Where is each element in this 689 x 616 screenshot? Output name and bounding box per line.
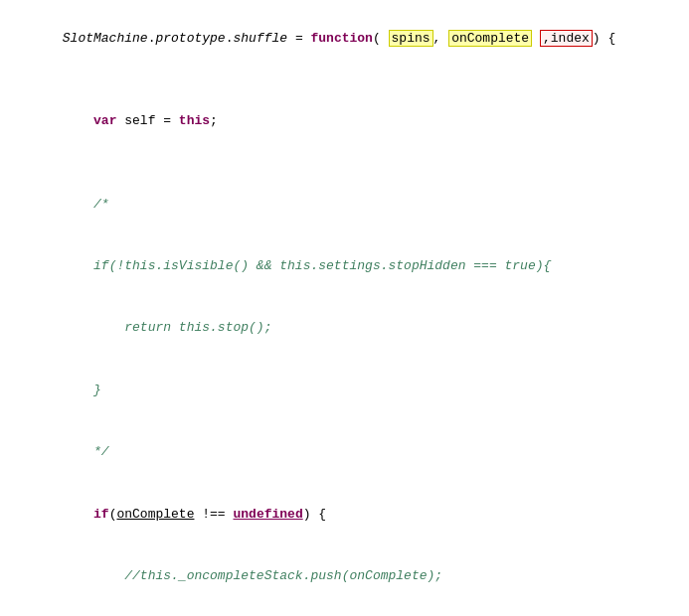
code-editor: SlotMachine.prototype.shuffle = function… xyxy=(0,0,689,616)
code-line-4-empty xyxy=(0,153,689,174)
code-line-6: if(!this.isVisible() && this.settings.st… xyxy=(0,235,689,297)
code-line-1: SlotMachine.prototype.shuffle = function… xyxy=(0,8,689,70)
code-line-2-empty xyxy=(0,70,689,90)
code-line-7: return this.stop(); xyxy=(0,298,689,360)
code-line-5: /* xyxy=(0,174,689,235)
code-line-3: var self = this; xyxy=(0,90,689,152)
code-line-12: this._oncompleteStack[1] = onComplete; xyxy=(0,608,689,616)
line-1-text: SlotMachine.prototype.shuffle = function… xyxy=(16,8,615,70)
code-line-10: if(onComplete !== undefined) { xyxy=(0,484,689,545)
code-line-8: } xyxy=(0,360,689,421)
code-line-9: */ xyxy=(0,421,689,483)
code-line-11: //this._oncompleteStack.push(onComplete)… xyxy=(0,545,689,607)
